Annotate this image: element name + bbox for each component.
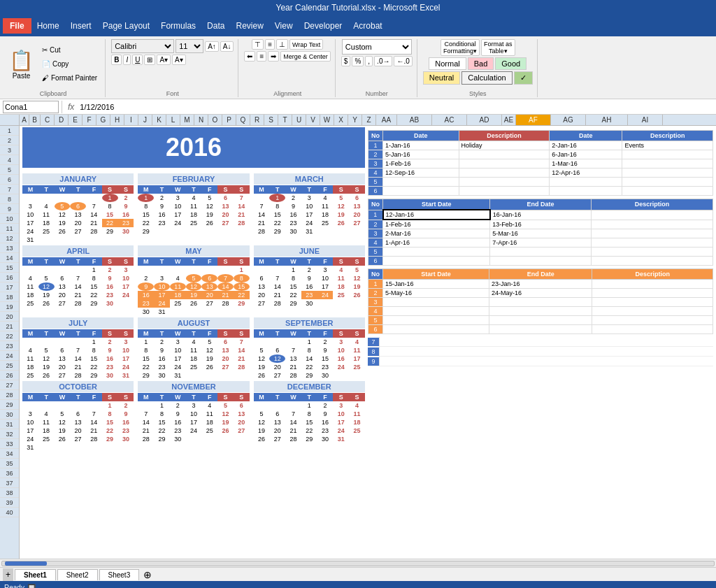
row-4[interactable]: 4 bbox=[0, 155, 19, 165]
col-E[interactable]: E bbox=[69, 115, 83, 125]
bold-button[interactable]: B bbox=[111, 55, 122, 65]
font-color-button[interactable]: A▾ bbox=[172, 55, 186, 65]
scrollbar-thumb[interactable] bbox=[5, 561, 47, 566]
horizontal-scrollbar[interactable] bbox=[0, 559, 716, 567]
italic-button[interactable]: I bbox=[123, 55, 131, 65]
row-8[interactable]: 8 bbox=[0, 194, 19, 204]
row-18[interactable]: 18 bbox=[0, 292, 19, 302]
row-17[interactable]: 17 bbox=[0, 282, 19, 292]
col-AE[interactable]: AE bbox=[502, 115, 516, 125]
row-16[interactable]: 16 bbox=[0, 273, 19, 282]
font-shrink-button[interactable]: A↓ bbox=[220, 41, 234, 52]
menu-data[interactable]: Data bbox=[201, 18, 230, 34]
style-normal[interactable]: Normal bbox=[429, 57, 466, 70]
style-neutral[interactable]: Neutral bbox=[423, 71, 460, 85]
menu-page-layout[interactable]: Page Layout bbox=[97, 18, 155, 34]
row-9[interactable]: 9 bbox=[0, 204, 19, 214]
col-F[interactable]: F bbox=[83, 115, 96, 125]
underline-button[interactable]: U bbox=[132, 55, 143, 65]
align-center-button[interactable]: ≡ bbox=[257, 51, 266, 62]
col-AG[interactable]: AG bbox=[551, 115, 586, 125]
menu-review[interactable]: Review bbox=[230, 18, 268, 34]
col-AH[interactable]: AH bbox=[586, 115, 628, 125]
row-29[interactable]: 29 bbox=[0, 400, 19, 410]
row-23[interactable]: 23 bbox=[0, 341, 19, 351]
col-Z[interactable]: Z bbox=[362, 115, 376, 125]
new-sheet-button[interactable]: + bbox=[3, 568, 13, 581]
row-32[interactable]: 32 bbox=[0, 429, 19, 439]
col-N[interactable]: N bbox=[194, 115, 208, 125]
cut-button[interactable]: ✂Cut bbox=[38, 44, 101, 57]
col-Q[interactable]: Q bbox=[236, 115, 250, 125]
col-L[interactable]: L bbox=[166, 115, 180, 125]
col-M[interactable]: M bbox=[180, 115, 194, 125]
row-36[interactable]: 36 bbox=[0, 468, 19, 478]
row-3[interactable]: 3 bbox=[0, 145, 19, 155]
comma-button[interactable]: , bbox=[365, 56, 373, 66]
col-C[interactable]: C bbox=[41, 115, 55, 125]
insert-sheet-icon[interactable]: ⊕ bbox=[141, 569, 155, 580]
align-left-button[interactable]: ⬅ bbox=[244, 51, 255, 62]
row-38[interactable]: 38 bbox=[0, 488, 19, 498]
style-check-cell[interactable]: ✓ bbox=[514, 71, 533, 85]
row-24[interactable]: 24 bbox=[0, 351, 19, 361]
format-as-table-button[interactable]: Format asTable▾ bbox=[481, 39, 515, 56]
col-K[interactable]: K bbox=[152, 115, 166, 125]
col-O[interactable]: O bbox=[208, 115, 222, 125]
row-5[interactable]: 5 bbox=[0, 165, 19, 175]
decrease-decimal-button[interactable]: ←.0 bbox=[394, 56, 412, 66]
row-26[interactable]: 26 bbox=[0, 371, 19, 380]
row-11[interactable]: 11 bbox=[0, 224, 19, 234]
col-J[interactable]: J bbox=[138, 115, 152, 125]
format-painter-button[interactable]: 🖌Format Painter bbox=[38, 72, 101, 85]
col-X[interactable]: X bbox=[334, 115, 348, 125]
menu-home[interactable]: Home bbox=[31, 18, 65, 34]
style-good[interactable]: Good bbox=[495, 57, 527, 70]
row-31[interactable]: 31 bbox=[0, 420, 19, 429]
row-40[interactable]: 40 bbox=[0, 508, 19, 517]
name-box[interactable] bbox=[3, 101, 59, 113]
col-T[interactable]: T bbox=[278, 115, 292, 125]
menu-acrobat[interactable]: Acrobat bbox=[348, 18, 387, 34]
paste-button[interactable]: 📋 Paste bbox=[6, 45, 37, 83]
row-21[interactable]: 21 bbox=[0, 322, 19, 331]
row-34[interactable]: 34 bbox=[0, 449, 19, 459]
row-33[interactable]: 33 bbox=[0, 439, 19, 449]
file-button[interactable]: File bbox=[3, 18, 31, 34]
row-6[interactable]: 6 bbox=[0, 175, 19, 185]
row-7[interactable]: 7 bbox=[0, 185, 19, 194]
col-W[interactable]: W bbox=[320, 115, 334, 125]
col-AC[interactable]: AC bbox=[432, 115, 467, 125]
col-AB[interactable]: AB bbox=[397, 115, 432, 125]
cells-area[interactable]: 2016 JANUARY M T W T F bbox=[20, 126, 716, 559]
number-format-select[interactable]: Custom bbox=[342, 39, 412, 55]
wrap-text-button[interactable]: Wrap Text bbox=[289, 39, 323, 50]
formula-input[interactable] bbox=[80, 103, 713, 111]
row-22[interactable]: 22 bbox=[0, 331, 19, 341]
menu-formulas[interactable]: Formulas bbox=[155, 18, 201, 34]
col-S[interactable]: S bbox=[264, 115, 278, 125]
row-30[interactable]: 30 bbox=[0, 410, 19, 420]
row-20[interactable]: 20 bbox=[0, 312, 19, 322]
menu-insert[interactable]: Insert bbox=[65, 18, 97, 34]
row-39[interactable]: 39 bbox=[0, 498, 19, 508]
style-calculation[interactable]: Calculation bbox=[461, 71, 512, 85]
align-right-button[interactable]: ➡ bbox=[268, 51, 279, 62]
align-top-button[interactable]: ⊤ bbox=[252, 39, 264, 50]
font-size-select[interactable]: 11 bbox=[176, 39, 203, 53]
col-U[interactable]: U bbox=[292, 115, 306, 125]
font-name-select[interactable]: Calibri bbox=[111, 39, 174, 53]
row-19[interactable]: 19 bbox=[0, 302, 19, 312]
col-AI[interactable]: AI bbox=[628, 115, 663, 125]
col-I[interactable]: I bbox=[124, 115, 138, 125]
col-H[interactable]: H bbox=[110, 115, 124, 125]
conditional-formatting-button[interactable]: ConditionalFormatting▾ bbox=[441, 39, 480, 56]
row-10[interactable]: 10 bbox=[0, 214, 19, 224]
currency-button[interactable]: $ bbox=[341, 56, 351, 66]
sheet-tab-1[interactable]: Sheet1 bbox=[15, 569, 56, 580]
col-Y[interactable]: Y bbox=[348, 115, 362, 125]
col-P[interactable]: P bbox=[222, 115, 236, 125]
col-V[interactable]: V bbox=[306, 115, 320, 125]
row-25[interactable]: 25 bbox=[0, 361, 19, 371]
border-button[interactable]: ⊞ bbox=[144, 55, 155, 65]
